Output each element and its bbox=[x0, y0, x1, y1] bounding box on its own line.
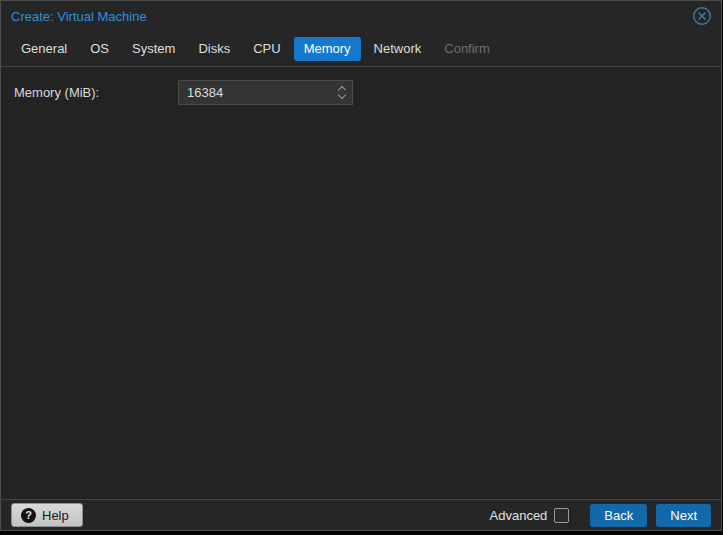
tab-confirm: Confirm bbox=[434, 37, 500, 61]
wizard-panel-memory: Memory (MiB): bbox=[1, 67, 721, 499]
footer-actions: Advanced Back Next bbox=[490, 504, 711, 527]
back-button[interactable]: Back bbox=[590, 504, 647, 527]
help-button-label: Help bbox=[42, 508, 69, 523]
advanced-checkbox[interactable] bbox=[554, 508, 569, 523]
memory-spinner bbox=[332, 81, 352, 104]
help-button[interactable]: ? Help bbox=[11, 503, 83, 527]
memory-input[interactable] bbox=[179, 81, 352, 104]
dialog-title: Create: Virtual Machine bbox=[11, 9, 147, 24]
dialog-footer: ? Help Advanced Back Next bbox=[1, 499, 721, 530]
chevron-down-icon bbox=[337, 91, 345, 99]
next-button[interactable]: Next bbox=[656, 504, 711, 527]
spinner-down-button[interactable] bbox=[338, 94, 347, 99]
tab-memory[interactable]: Memory bbox=[294, 37, 361, 61]
help-icon: ? bbox=[21, 508, 36, 523]
memory-numberfield bbox=[178, 80, 353, 105]
tab-general[interactable]: General bbox=[11, 37, 77, 61]
advanced-label: Advanced bbox=[490, 508, 548, 523]
memory-form-row: Memory (MiB): bbox=[14, 80, 708, 105]
tab-system[interactable]: System bbox=[122, 37, 185, 61]
dialog-header: Create: Virtual Machine bbox=[1, 1, 721, 31]
create-vm-dialog: Create: Virtual Machine General OS Syste… bbox=[0, 0, 722, 531]
tab-os[interactable]: OS bbox=[80, 37, 119, 61]
wizard-tab-bar: General OS System Disks CPU Memory Netwo… bbox=[1, 31, 721, 67]
close-button[interactable] bbox=[691, 5, 713, 27]
close-icon bbox=[692, 6, 712, 26]
memory-field-label: Memory (MiB): bbox=[14, 85, 178, 100]
tab-disks[interactable]: Disks bbox=[188, 37, 240, 61]
tab-network[interactable]: Network bbox=[364, 37, 432, 61]
tab-cpu[interactable]: CPU bbox=[243, 37, 290, 61]
